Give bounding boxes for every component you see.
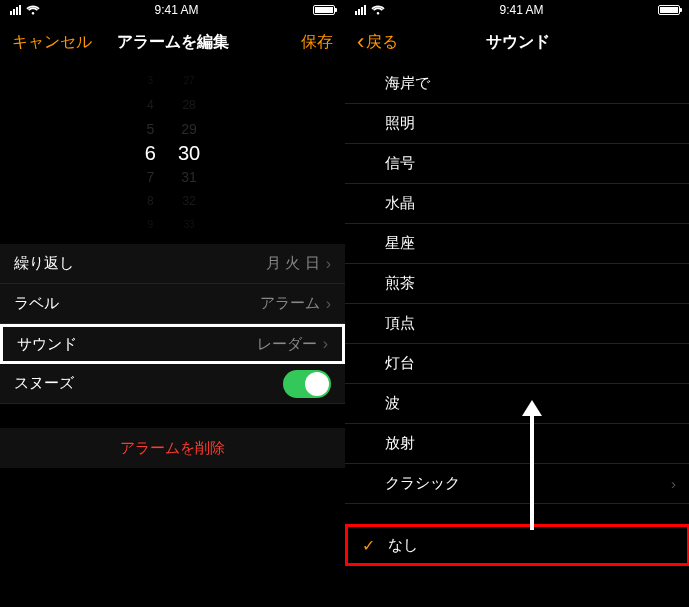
time-picker[interactable]: 3 4 5 6 7 8 9 27 28 29 30 31 32 33	[0, 68, 345, 238]
sound-option[interactable]: 波	[345, 384, 689, 424]
snooze-label: スヌーズ	[14, 374, 74, 393]
picker-min-option: 33	[184, 213, 195, 237]
nav-title: サウンド	[437, 32, 598, 53]
wifi-icon	[26, 5, 40, 15]
nav-bar: キャンセル アラームを編集 保存	[0, 20, 345, 64]
chevron-right-icon: ›	[326, 255, 331, 273]
picker-min-option: 27	[184, 69, 195, 93]
sound-option-label: 照明	[385, 114, 676, 133]
sound-none-label: なし	[388, 536, 673, 555]
sound-option[interactable]: 海岸で	[345, 64, 689, 104]
picker-hour-option: 9	[148, 213, 154, 237]
status-time: 9:41 AM	[154, 3, 198, 17]
repeat-value: 月 火 日	[266, 254, 319, 273]
sound-option-label: 放射	[385, 434, 676, 453]
picker-hour-option: 5	[146, 117, 154, 141]
chevron-left-icon: ‹	[357, 31, 364, 53]
sound-option[interactable]: 放射	[345, 424, 689, 464]
delete-alarm-button[interactable]: アラームを削除	[0, 428, 345, 468]
sound-option[interactable]: 水晶	[345, 184, 689, 224]
save-button[interactable]: 保存	[301, 32, 333, 53]
sound-option-label: 波	[385, 394, 676, 413]
picker-minutes[interactable]: 27 28 29 30 31 32 33	[178, 68, 200, 238]
status-bar: 9:41 AM	[345, 0, 689, 20]
status-bar: 9:41 AM	[0, 0, 345, 20]
phone-edit-alarm: 9:41 AM キャンセル アラームを編集 保存 3 4 5 6 7 8 9 2…	[0, 0, 345, 607]
sound-row[interactable]: サウンド レーダー›	[0, 324, 345, 364]
alarm-label-value: アラーム	[260, 294, 320, 313]
sound-option[interactable]: 灯台	[345, 344, 689, 384]
picker-hour-option: 4	[147, 93, 154, 117]
back-label: 戻る	[366, 32, 398, 53]
snooze-row: スヌーズ	[0, 364, 345, 404]
picker-min-selected: 30	[178, 141, 200, 165]
sound-option-label: 海岸で	[385, 74, 676, 93]
sound-option[interactable]: 照明	[345, 104, 689, 144]
sound-option[interactable]: クラシック›	[345, 464, 689, 504]
picker-min-option: 31	[181, 165, 197, 189]
sound-option[interactable]: 星座	[345, 224, 689, 264]
chevron-right-icon: ›	[326, 295, 331, 313]
sound-option-none[interactable]: ✓ なし	[345, 524, 689, 566]
sound-option-label: 灯台	[385, 354, 676, 373]
label-row[interactable]: ラベル アラーム›	[0, 284, 345, 324]
sound-option-label: 頂点	[385, 314, 676, 333]
signal-bars-icon	[10, 5, 21, 15]
sound-option[interactable]: 煎茶	[345, 264, 689, 304]
picker-hours[interactable]: 3 4 5 6 7 8 9	[145, 68, 156, 238]
sound-list: 海岸で照明信号水晶星座煎茶頂点灯台波放射クラシック›	[345, 64, 689, 504]
cancel-button[interactable]: キャンセル	[12, 32, 92, 53]
sound-option-label: 水晶	[385, 194, 676, 213]
picker-min-option: 32	[182, 189, 195, 213]
sound-option[interactable]: 信号	[345, 144, 689, 184]
nav-title: アラームを編集	[92, 32, 253, 53]
sound-option-label: 煎茶	[385, 274, 676, 293]
picker-hour-option: 8	[147, 189, 154, 213]
sound-option-label: 星座	[385, 234, 676, 253]
repeat-label: 繰り返し	[14, 254, 74, 273]
chevron-right-icon: ›	[671, 475, 676, 492]
picker-hour-option: 7	[146, 165, 154, 189]
chevron-right-icon: ›	[323, 335, 328, 353]
back-button[interactable]: ‹ 戻る	[357, 31, 398, 53]
battery-icon	[313, 5, 335, 15]
sound-label: サウンド	[17, 335, 77, 354]
phone-sound-list: 9:41 AM ‹ 戻る サウンド 海岸で照明信号水晶星座煎茶頂点灯台波放射クラ…	[345, 0, 689, 607]
picker-min-option: 29	[181, 117, 197, 141]
signal-bars-icon	[355, 5, 366, 15]
check-icon: ✓	[362, 536, 375, 555]
status-time: 9:41 AM	[499, 3, 543, 17]
snooze-toggle[interactable]	[283, 370, 331, 398]
picker-min-option: 28	[182, 93, 195, 117]
sound-value: レーダー	[257, 335, 317, 354]
nav-bar: ‹ 戻る サウンド	[345, 20, 689, 64]
wifi-icon	[371, 5, 385, 15]
sound-option-label: 信号	[385, 154, 676, 173]
picker-hour-selected: 6	[145, 141, 156, 165]
sound-option-label: クラシック	[385, 474, 671, 493]
picker-hour-option: 3	[148, 69, 154, 93]
repeat-row[interactable]: 繰り返し 月 火 日›	[0, 244, 345, 284]
alarm-label-label: ラベル	[14, 294, 59, 313]
battery-icon	[658, 5, 680, 15]
sound-option[interactable]: 頂点	[345, 304, 689, 344]
